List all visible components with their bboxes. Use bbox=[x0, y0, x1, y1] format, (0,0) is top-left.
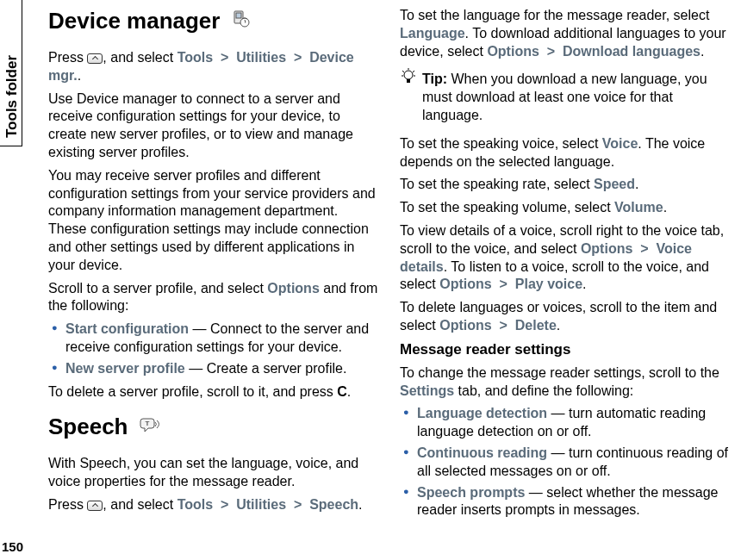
dm-options-list: Start configuration — Connect to the ser… bbox=[48, 320, 379, 377]
speech-language-paragraph: To set the language for the message read… bbox=[400, 7, 731, 60]
tip-text: Tip: When you download a new language, y… bbox=[422, 71, 731, 124]
dm-options-intro: Scroll to a server profile, and select O… bbox=[48, 280, 379, 316]
speech-voice-paragraph: To set the speaking voice, select Voice.… bbox=[400, 135, 731, 171]
speech-voice-details-paragraph: To view details of a voice, scroll right… bbox=[400, 222, 731, 294]
delete-option: Delete bbox=[515, 318, 557, 333]
svg-line-7 bbox=[402, 71, 404, 72]
home-key-icon bbox=[87, 53, 103, 64]
speech-prompts-option: Speech prompts bbox=[417, 485, 525, 500]
list-item: Start configuration — Connect to the ser… bbox=[48, 320, 379, 357]
speech-title-text: Speech bbox=[48, 414, 128, 439]
device-manager-icon bbox=[232, 8, 252, 37]
nav-utilities: Utilities bbox=[236, 497, 286, 512]
page-number: 150 bbox=[2, 538, 23, 556]
dm-desc-1: Use Device manager to connect to a serve… bbox=[48, 90, 379, 162]
list-item: New server profile — Create a server pro… bbox=[48, 360, 379, 378]
list-item: Speech prompts — select whether the mess… bbox=[400, 484, 731, 520]
message-reader-settings-intro: To change the message reader settings, s… bbox=[400, 364, 731, 401]
nav-tools: Tools bbox=[177, 50, 213, 65]
tip-block: Tip: When you download a new language, y… bbox=[400, 65, 731, 129]
nav-utilities: Utilities bbox=[236, 50, 286, 65]
new-server-profile-option: New server profile bbox=[65, 361, 185, 376]
speech-nav-paragraph: Press , and select Tools > Utilities > S… bbox=[48, 496, 379, 514]
volume-option: Volume bbox=[614, 200, 663, 215]
options-link: Options bbox=[487, 44, 539, 59]
device-manager-title-text: Device manager bbox=[48, 8, 220, 34]
dm-desc-2: You may receive server profiles and diff… bbox=[48, 167, 379, 275]
svg-text:T: T bbox=[145, 420, 149, 427]
side-tab-label: Tools folder bbox=[3, 55, 22, 138]
c-key: C bbox=[337, 384, 347, 399]
message-reader-settings-heading: Message reader settings bbox=[400, 340, 731, 359]
language-option: Language bbox=[400, 26, 465, 40]
continuous-reading-option: Continuous reading bbox=[417, 445, 547, 460]
dm-nav-paragraph: Press , and select Tools > Utilities > D… bbox=[48, 49, 379, 85]
list-item: Continuous reading — turn continuous rea… bbox=[400, 445, 731, 481]
svg-line-8 bbox=[413, 71, 414, 72]
svg-rect-5 bbox=[407, 79, 410, 83]
page-content: Device manager Press , and select Tools … bbox=[22, 0, 741, 560]
speech-heading: Speech T bbox=[48, 413, 162, 443]
nav-tools: Tools bbox=[177, 497, 213, 512]
options-link: Options bbox=[267, 281, 319, 296]
options-link: Options bbox=[439, 277, 491, 291]
svg-rect-1 bbox=[236, 13, 241, 18]
svg-point-4 bbox=[404, 71, 413, 79]
nav-speech: Speech bbox=[309, 497, 358, 512]
tip-icon bbox=[400, 67, 417, 91]
side-tab: Tools folder bbox=[0, 0, 22, 146]
device-manager-heading: Device manager bbox=[48, 7, 252, 37]
start-configuration-option: Start configuration bbox=[65, 321, 189, 336]
language-detection-option: Language detection bbox=[417, 406, 547, 420]
voice-option: Voice bbox=[602, 136, 638, 151]
message-reader-settings-list: Language detection — turn automatic read… bbox=[400, 405, 731, 520]
play-voice-option: Play voice bbox=[515, 277, 582, 291]
options-link: Options bbox=[581, 241, 632, 256]
settings-tab: Settings bbox=[400, 383, 454, 398]
home-key-icon bbox=[87, 501, 103, 511]
speech-icon: T bbox=[140, 414, 162, 444]
download-languages-option: Download languages bbox=[563, 44, 701, 59]
speech-volume-paragraph: To set the speaking volume, select Volum… bbox=[400, 199, 731, 217]
speech-delete-paragraph: To delete languages or voices, scroll to… bbox=[400, 299, 731, 335]
list-item: Language detection — turn automatic read… bbox=[400, 405, 731, 441]
speech-speed-paragraph: To set the speaking rate, select Speed. bbox=[400, 176, 731, 194]
dm-delete-note: To delete a server profile, scroll to it… bbox=[48, 383, 379, 401]
speech-intro: With Speech, you can set the language, v… bbox=[48, 455, 379, 491]
speed-option: Speed bbox=[594, 177, 635, 191]
options-link: Options bbox=[439, 318, 491, 333]
